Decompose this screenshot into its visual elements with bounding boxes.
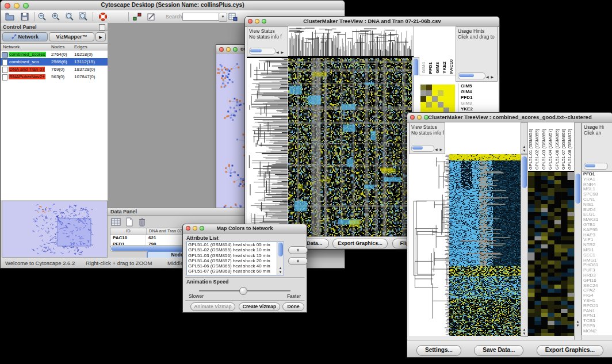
tab-overflow-button[interactable]: ▶ [95,32,106,41]
column-label: PAC10 [449,59,456,74]
treeview2-titlebar[interactable]: ClusterMaker TreeView : combined_scores_… [407,113,612,123]
doc-icon [2,59,7,66]
column-label: GPL51-03 (GSM856) [541,129,548,170]
animation-speed-slider[interactable] [199,290,290,292]
matrix-cell [443,85,449,90]
usage-hints-line2: Click an [584,130,612,136]
open-file-icon[interactable] [5,12,14,21]
attribute-item[interactable]: GPL51-04 (GSM857) heat shock 20 min [187,258,284,263]
trash-icon[interactable] [138,217,146,227]
usage-hints-scrollbar[interactable]: ◀ ▶ [458,72,485,79]
move-up-button[interactable]: ∧ [288,246,308,254]
col-id[interactable]: ID [110,228,147,235]
float-panel-icon[interactable] [99,24,105,30]
matrix-cell [443,90,449,96]
attribute-item[interactable]: GPL51-01 (GSM854) heat shock 05 min [187,242,284,247]
treeview2-header-scroll-gutter[interactable]: ▲▼ [521,122,528,154]
move-down-button[interactable]: ∨ [288,257,308,265]
animate-vizmap-button[interactable]: Animate Vizmap [190,302,235,311]
column-label: GIM4 [421,62,428,74]
matrix-cell [426,102,432,108]
network-edges: 183728(0) [74,67,95,72]
attribute-item[interactable]: GPL51-07 (GSM868) heat shock 60 min [187,269,284,274]
table-icon[interactable] [111,217,121,227]
network-row[interactable]: DNA and Tran 07769(0)183728(0) [1,66,108,73]
export-graphics-button[interactable]: Export Graphics... [332,239,388,248]
vizmap-nodes-icon[interactable] [133,12,142,21]
matrix-cell [420,96,426,102]
treeview2-heatmap[interactable] [449,154,521,336]
column-label: GPL51-07 (GSM868) [561,129,567,170]
treeview1-column-dendrogram[interactable] [288,26,414,57]
tab-network[interactable]: Network [2,32,48,41]
col-nodes[interactable]: Nodes [51,44,64,49]
network-row[interactable]: RNAPuberNov2+563(0)107847(0) [1,73,108,81]
settings-button[interactable]: Settings... [416,345,461,356]
usage-hints-scrollbar[interactable] [584,163,608,170]
attribute-list[interactable]: GPL51-01 (GSM854) heat shock 05 minGPL51… [186,242,284,275]
col-edges[interactable]: Edges [74,44,87,49]
cytoscape-titlebar[interactable]: Cytoscape Desktop (Session Name: collins… [1,1,345,11]
new-document-icon[interactable] [125,217,133,227]
treeview2-row-dendrogram[interactable] [409,154,449,336]
tab-vizmapper[interactable]: VizMapper™ [49,32,94,41]
view-status-scrollbar[interactable]: ◀ ▶ [249,48,276,55]
zoom-out-icon[interactable] [37,12,47,21]
column-label: PFD1 [428,62,435,74]
attribute-list-scrollbar[interactable]: ▲▼ [277,242,284,275]
row-label: GIM5 [461,83,475,89]
matrix-cell [443,102,449,108]
network-nodes: 2764(0) [51,52,67,57]
treeview1-usage-hints: Usage Hints Click and drag to ◀ ▶ [456,26,498,82]
network-overview-canvas[interactable] [2,201,108,258]
treeview1-row-dendrogram[interactable] [247,57,288,237]
matrix-cell [432,90,438,96]
save-icon[interactable] [20,12,29,21]
export-graphics-button[interactable]: Export Graphics... [537,345,603,356]
close-button[interactable] [219,47,224,52]
attribute-item[interactable]: GPL51-03 (GSM856) heat shock 15 min [187,253,284,258]
matrix-cell [438,102,443,108]
status-zoom-hint: Right-click + drag to ZOOM [86,260,152,266]
network-row[interactable]: combined_scores2764(0)16218(0) [1,51,108,58]
search-dropdown-button[interactable]: ▼ [219,13,227,22]
slider-thumb[interactable] [239,287,247,295]
treeview2-gene-vscrollbar[interactable]: ▲▼ [574,122,582,347]
col-network[interactable]: Network [3,44,20,49]
dialog-title: Map Colors to Network [183,225,307,231]
treeview1-titlebar[interactable]: ClusterMaker TreeView : DNA and Tran 07-… [245,17,499,27]
network-name-label: DNA and Tran 07 [9,67,45,72]
minimize-button[interactable] [226,47,231,52]
zoom-selected-icon[interactable] [65,12,74,21]
treeview1-heatmap[interactable] [288,57,412,237]
matrix-cell [426,85,432,90]
column-label: GPL51-08 (GSM872) [567,129,573,170]
matrix-cell [432,102,438,108]
network-table-rows: combined_scores2764(0)16218(0)combined_s… [1,51,108,200]
column-label: GPL51-02 (GSM855) [534,129,541,170]
table-badge-icon[interactable] [228,12,238,21]
zoom-fit-icon[interactable] [79,12,88,21]
matrix-cell [420,85,426,90]
create-vizmap-button[interactable]: Create Vizmap [239,302,280,311]
row-label: PFD1 [461,95,475,101]
save-data-button[interactable]: Save Data... [474,345,523,356]
view-status-scrollbar[interactable]: ◀ ▶ [411,145,434,152]
attribute-item[interactable]: GPL51-06 (GSM865) heat shock 40 min [187,263,284,269]
treeview2-column-dendrogram-area[interactable] [445,122,521,155]
search-input[interactable] [182,13,220,21]
network-table-header: Network Nodes Edges [1,43,108,51]
attribute-item[interactable]: GPL51-02 (GSM855) heat shock 10 min [187,247,284,252]
matrix-cell [432,85,438,90]
treeview2-heatmap-vscrollbar[interactable]: ▲▼ [521,154,528,337]
view-status-line1: View Status [249,28,288,34]
treeview2-zoom-heatmap[interactable] [528,172,574,336]
network-row[interactable]: combined_sco2569(6)13112(15) [1,58,108,66]
dialog-titlebar[interactable]: Map Colors to Network [183,224,307,233]
done-button[interactable]: Done [282,302,304,311]
zoom-in-icon[interactable] [51,12,60,21]
annotation-icon[interactable] [147,12,156,21]
help-lifering-icon[interactable] [98,12,108,21]
zoom-button[interactable] [233,47,238,52]
treeview1-title: ClusterMaker TreeView : DNA and Tran 07-… [245,18,499,24]
